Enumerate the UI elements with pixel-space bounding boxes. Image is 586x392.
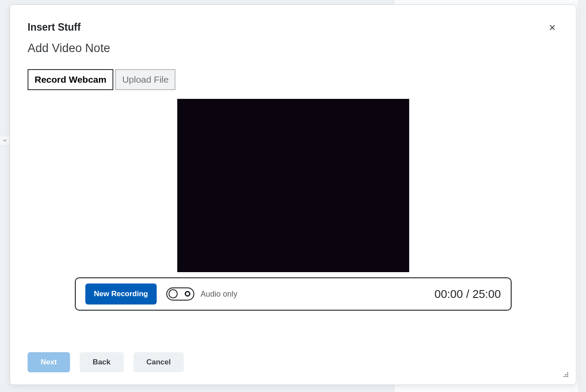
svg-rect-3: [565, 374, 567, 376]
next-button[interactable]: Next: [28, 352, 70, 372]
audio-only-label: Audio only: [200, 290, 237, 299]
close-icon: [548, 24, 556, 32]
audio-only-toggle[interactable]: [166, 287, 194, 301]
svg-rect-4: [567, 374, 568, 376]
toggle-indicator-icon: [185, 291, 190, 297]
cancel-button[interactable]: Cancel: [133, 352, 184, 372]
svg-rect-5: [563, 376, 565, 378]
recording-controls-bar: New Recording Audio only 00:00 / 25:00: [75, 277, 512, 311]
modal-header: Insert Stuff: [28, 21, 558, 34]
resize-icon: [561, 370, 570, 378]
resize-handle[interactable]: [561, 370, 570, 378]
svg-rect-6: [565, 376, 567, 378]
audio-only-toggle-group: Audio only: [166, 287, 237, 301]
toggle-knob-icon: [168, 289, 178, 298]
modal-footer: Next Back Cancel: [28, 335, 558, 372]
video-area: New Recording Audio only 00:00 / 25:00: [28, 99, 558, 335]
svg-rect-2: [567, 372, 568, 374]
video-preview: [177, 99, 409, 272]
tab-record-webcam[interactable]: Record Webcam: [28, 69, 113, 90]
recording-time-display: 00:00 / 25:00: [435, 287, 501, 301]
insert-stuff-modal: Insert Stuff Add Video Note Record Webca…: [10, 4, 576, 385]
close-button[interactable]: [546, 21, 558, 34]
modal-subtitle: Add Video Note: [28, 42, 558, 55]
new-recording-button[interactable]: New Recording: [85, 284, 157, 304]
tab-upload-file[interactable]: Upload File: [115, 69, 175, 90]
modal-title: Insert Stuff: [28, 21, 81, 33]
tabs: Record Webcam Upload File: [28, 69, 558, 90]
back-button[interactable]: Back: [80, 352, 124, 372]
svg-rect-7: [567, 376, 568, 378]
chevron-down-icon[interactable]: [0, 136, 10, 145]
